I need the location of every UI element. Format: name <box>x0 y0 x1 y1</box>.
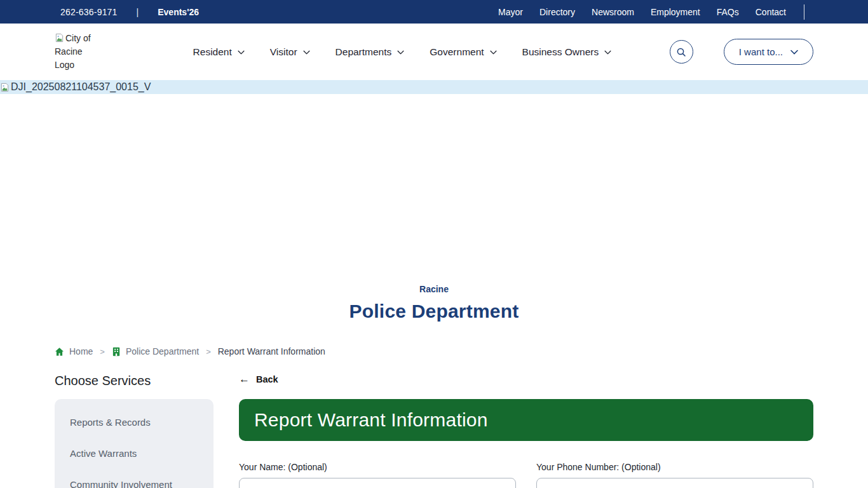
nav-item-departments[interactable]: Departments <box>336 46 405 58</box>
services-sidebar: Choose Services Reports & Records Active… <box>55 374 214 488</box>
building-icon <box>112 347 121 356</box>
nav-item-government[interactable]: Government <box>430 46 496 58</box>
top-utility-bar: 262-636-9171 | Events'26 Mayor Directory… <box>0 0 868 24</box>
name-field-label: Your Name: (Optional) <box>239 462 516 472</box>
topbar-link-directory[interactable]: Directory <box>539 7 575 17</box>
phone-input[interactable] <box>536 478 813 488</box>
sidebar-item-reports-records[interactable]: Reports & Records <box>55 407 214 438</box>
breadcrumb: Home > Police Department > Report Warran… <box>55 346 868 356</box>
chevron-down-icon <box>303 50 310 55</box>
page-title-block: Racine Police Department <box>0 284 868 322</box>
back-arrow-icon: ← <box>239 374 250 384</box>
main-panel: ← Back Report Warrant Information Your N… <box>239 374 813 488</box>
section-banner-title: Report Warrant Information <box>254 409 488 431</box>
chevron-down-icon <box>490 50 497 55</box>
phone-field-group: Your Phone Number: (Optional) <box>536 462 813 488</box>
chevron-down-icon <box>790 50 798 55</box>
breadcrumb-separator: > <box>206 347 211 356</box>
breadcrumb-police-department[interactable]: Police Department <box>112 346 199 356</box>
hero-image-alt-text: DJI_20250821104537_0015_V <box>11 81 151 93</box>
topbar-separator: | <box>137 7 139 17</box>
sidebar-card: Reports & Records Active Warrants Commun… <box>55 399 214 488</box>
breadcrumb-home-label: Home <box>69 346 93 356</box>
i-want-to-label: I want to... <box>739 46 783 57</box>
sidebar-item-community-involvement[interactable]: Community Involvement <box>55 469 214 488</box>
nav-item-business-owners[interactable]: Business Owners <box>522 46 612 58</box>
topbar-link-newsroom[interactable]: Newsroom <box>592 7 634 17</box>
name-field-group: Your Name: (Optional) <box>239 462 516 488</box>
breadcrumb-section-label: Police Department <box>126 346 199 356</box>
chevron-down-icon <box>397 50 404 55</box>
topbar-link-mayor[interactable]: Mayor <box>498 7 523 17</box>
nav-label: Visitor <box>270 46 297 58</box>
nav-label: Business Owners <box>522 46 599 58</box>
phone-number-link[interactable]: 262-636-9171 <box>60 7 118 17</box>
topbar-link-faqs[interactable]: FAQs <box>717 7 739 17</box>
broken-image-icon <box>0 83 10 92</box>
page-eyebrow: Racine <box>0 284 868 294</box>
topbar-link-employment[interactable]: Employment <box>651 7 700 17</box>
back-label: Back <box>256 374 278 384</box>
page-content: Choose Services Reports & Records Active… <box>0 356 868 488</box>
breadcrumb-separator: > <box>100 347 105 356</box>
home-icon <box>55 347 64 356</box>
form-fields-row: Your Name: (Optional) Your Phone Number:… <box>239 462 813 488</box>
nav-item-resident[interactable]: Resident <box>193 46 245 58</box>
section-banner: Report Warrant Information <box>239 399 813 441</box>
chevron-down-icon <box>604 50 611 55</box>
site-logo[interactable]: City of Racine Logo <box>55 32 97 72</box>
i-want-to-button[interactable]: I want to... <box>724 39 813 65</box>
breadcrumb-home[interactable]: Home <box>55 346 93 356</box>
events-link[interactable]: Events'26 <box>158 7 199 17</box>
breadcrumb-current: Report Warrant Information <box>218 346 325 356</box>
chevron-down-icon <box>238 50 245 55</box>
nav-label: Departments <box>336 46 392 58</box>
main-navigation: Resident Visitor Departments Government … <box>155 46 612 58</box>
sidebar-item-active-warrants[interactable]: Active Warrants <box>55 438 214 469</box>
page-title: Police Department <box>0 301 868 322</box>
back-button[interactable]: ← Back <box>239 374 278 384</box>
topbar-divider <box>804 4 804 20</box>
broken-image-icon <box>55 33 64 43</box>
site-header: City of Racine Logo Resident Visitor Dep… <box>0 24 868 80</box>
search-icon <box>676 47 686 57</box>
name-input[interactable] <box>239 478 516 488</box>
topbar-link-contact[interactable]: Contact <box>756 7 786 17</box>
nav-item-visitor[interactable]: Visitor <box>270 46 310 58</box>
sidebar-heading: Choose Services <box>55 374 214 388</box>
nav-label: Resident <box>193 46 232 58</box>
search-button[interactable] <box>670 40 693 64</box>
phone-field-label: Your Phone Number: (Optional) <box>536 462 813 472</box>
nav-label: Government <box>430 46 484 58</box>
hero-broken-image: DJI_20250821104537_0015_V <box>0 80 868 94</box>
